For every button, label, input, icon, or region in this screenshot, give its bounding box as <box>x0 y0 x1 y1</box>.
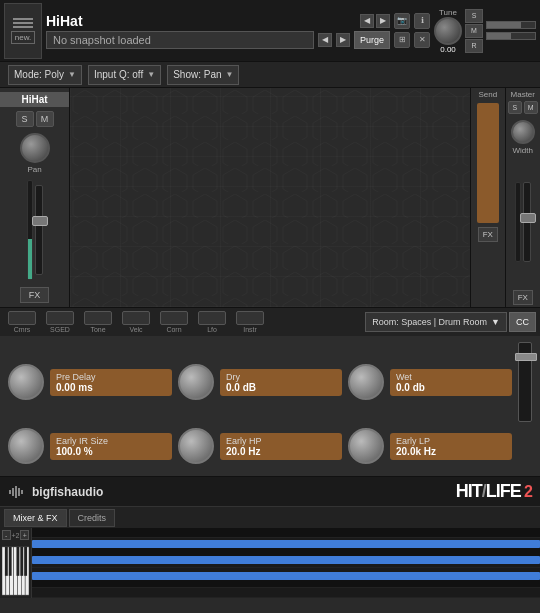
snapshot-next[interactable]: ▶ <box>336 33 350 47</box>
s-button-left[interactable]: S <box>16 111 34 127</box>
m-button-top[interactable]: M <box>465 24 483 38</box>
pre-delay-knob[interactable] <box>8 364 44 400</box>
instrument-name: HiHat <box>46 13 356 29</box>
tune-area: Tune 0.00 <box>434 8 462 54</box>
width-knob[interactable] <box>511 120 535 144</box>
master-fader[interactable] <box>523 182 531 262</box>
octave-value: +2 <box>12 532 20 539</box>
m-button-master[interactable]: M <box>524 101 538 114</box>
cc-button[interactable]: CC <box>509 312 536 332</box>
piano-controls: - +2 + <box>0 528 31 542</box>
tune-knob[interactable] <box>434 17 462 45</box>
fx-button-send[interactable]: FX <box>478 227 498 242</box>
mini-tabs-row: Cmrs SGED Tone Velc Corn Lfo Instr Room:… <box>0 308 540 336</box>
s-button-master[interactable]: S <box>508 101 522 114</box>
info-icon[interactable]: ℹ <box>414 13 430 29</box>
logo-line-2 <box>13 22 33 24</box>
dry-knob[interactable] <box>178 364 214 400</box>
main-fader-thumb[interactable] <box>515 353 537 361</box>
octave-minus-button[interactable]: - <box>2 530 11 540</box>
room-arrow-icon: ▼ <box>491 317 500 327</box>
early-ir-value: 100.0 % <box>56 446 166 457</box>
tab-tone[interactable]: Tone <box>80 310 116 334</box>
note-block-1 <box>32 540 540 548</box>
master-channel: Master S M Width FX <box>506 88 540 307</box>
tab-lfo[interactable]: Lfo <box>194 310 230 334</box>
snapshot-prev[interactable]: ◀ <box>318 33 332 47</box>
volume-fader[interactable] <box>35 185 43 275</box>
tab-sged[interactable]: SGED <box>42 310 78 334</box>
fx-params-row2: Early IR Size 100.0 % Early HP 20.0 Hz E… <box>8 428 532 464</box>
camera-icon[interactable]: 📷 <box>394 13 410 29</box>
mode-select[interactable]: Mode: Poly ▼ <box>8 65 82 85</box>
fader-area <box>0 174 69 285</box>
snapshot-icon[interactable]: ⊞ <box>394 32 410 48</box>
master-channel-name: Master <box>511 90 535 99</box>
nav-prev-button[interactable]: ◀ <box>360 14 374 28</box>
input-q-select[interactable]: Input Q: off ▼ <box>88 65 161 85</box>
level-meter-left <box>27 180 33 280</box>
tab-corn[interactable]: Corn <box>156 310 192 334</box>
logo-lines <box>13 18 33 28</box>
tab-credits[interactable]: Credits <box>69 509 116 527</box>
sged-icon <box>46 311 74 325</box>
top-header: new. HiHat ◀ ▶ 📷 ℹ No snapshot loaded ◀ … <box>0 0 540 62</box>
main-area: HiHat S M Pan FX <box>0 88 540 308</box>
master-fader-thumb[interactable] <box>520 213 536 223</box>
left-channel: HiHat S M Pan FX <box>0 88 70 307</box>
svg-rect-6 <box>21 490 23 494</box>
cmrs-label: Cmrs <box>14 326 31 333</box>
note-row-white4 <box>32 588 540 598</box>
velc-label: Velc <box>129 326 142 333</box>
send-fader[interactable] <box>477 103 499 223</box>
svg-rect-4 <box>15 486 17 498</box>
early-ir-knob[interactable] <box>8 428 44 464</box>
velc-icon <box>122 311 150 325</box>
svg-rect-18 <box>24 547 27 576</box>
fx-button-left[interactable]: FX <box>20 287 50 303</box>
note-block-2 <box>32 556 540 564</box>
note-block-3 <box>32 572 540 580</box>
pre-delay-value: 0.00 ms <box>56 382 166 393</box>
svg-rect-17 <box>20 547 23 576</box>
svg-rect-2 <box>9 490 11 494</box>
s-button-top[interactable]: S <box>465 9 483 23</box>
snapshot-label: No snapshot loaded <box>46 31 314 49</box>
send-channel-name: Send <box>478 90 497 99</box>
show-select[interactable]: Show: Pan ▼ <box>167 65 239 85</box>
early-lp-name: Early LP <box>396 436 506 446</box>
main-fader[interactable] <box>518 342 532 422</box>
early-lp-knob[interactable] <box>348 428 384 464</box>
svg-rect-16 <box>16 547 19 576</box>
tab-cmrs[interactable]: Cmrs <box>4 310 40 334</box>
life-text: LIFE <box>486 481 521 501</box>
sm-row: S M <box>16 111 54 127</box>
m-button-left[interactable]: M <box>36 111 54 127</box>
bottom-slider[interactable] <box>486 32 536 40</box>
octave-plus-button[interactable]: + <box>20 530 29 540</box>
top-slider[interactable] <box>486 21 536 29</box>
purge-button[interactable]: Purge <box>354 31 390 49</box>
snapshot-delete-icon[interactable]: ✕ <box>414 32 430 48</box>
tab-bar: Mixer & FX Credits <box>0 506 540 528</box>
wet-name: Wet <box>396 372 506 382</box>
brand-name: bigfishaudio <box>32 485 103 499</box>
tune-label: Tune <box>439 8 457 17</box>
wet-knob[interactable] <box>348 364 384 400</box>
tab-instr[interactable]: Instr <box>232 310 268 334</box>
room-selector[interactable]: Room: Spaces | Drum Room ▼ <box>365 312 507 332</box>
tab-mixer-fx[interactable]: Mixer & FX <box>4 509 67 527</box>
early-hp-knob[interactable] <box>178 428 214 464</box>
note-grid[interactable] <box>32 528 540 598</box>
r-button-top[interactable]: R <box>465 39 483 53</box>
pre-delay-box: Pre Delay 0.00 ms <box>50 369 172 396</box>
nav-next-button[interactable]: ▶ <box>376 14 390 28</box>
grid-bg <box>70 88 470 307</box>
early-lp-box: Early LP 20.0k Hz <box>390 433 512 460</box>
early-ir-box: Early IR Size 100.0 % <box>50 433 172 460</box>
pan-knob[interactable] <box>20 133 50 163</box>
fader-thumb[interactable] <box>32 216 48 226</box>
tab-velc[interactable]: Velc <box>118 310 154 334</box>
fx-button-master[interactable]: FX <box>513 290 533 305</box>
wet-value: 0.0 db <box>396 382 506 393</box>
